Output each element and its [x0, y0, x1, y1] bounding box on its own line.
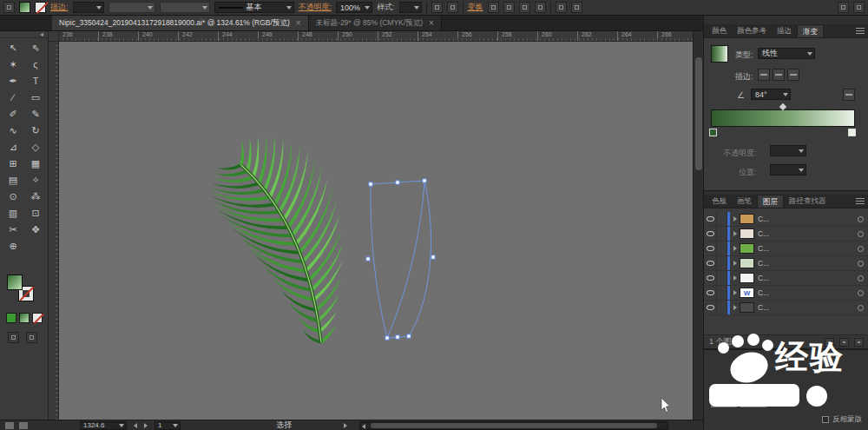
direct-selection-tool[interactable]: ⇖: [24, 40, 47, 56]
anchor-point-handle[interactable]: [396, 335, 399, 339]
rotate-tool[interactable]: ↻: [24, 122, 47, 139]
artboard-nav-field[interactable]: 1: [155, 421, 181, 430]
pen-tool[interactable]: ✒: [2, 73, 24, 89]
new-layer-icon[interactable]: [839, 338, 849, 347]
expand-triangle-icon[interactable]: [733, 216, 737, 222]
panel-tab-描边[interactable]: 描边: [772, 24, 797, 37]
panel-tab-图层[interactable]: 图层: [757, 195, 784, 208]
target-circle-icon[interactable]: [858, 290, 864, 296]
none-mode-button[interactable]: [32, 313, 43, 323]
gradient-stop-right[interactable]: [848, 129, 856, 136]
magic-wand-tool[interactable]: ✶: [2, 56, 24, 73]
anchor-point-handle[interactable]: [366, 257, 370, 261]
stroke-link[interactable]: 描边:: [50, 2, 69, 13]
lock-toggle[interactable]: [717, 241, 727, 255]
make-mask-icon[interactable]: [825, 338, 834, 347]
lasso-tool[interactable]: ς: [24, 56, 47, 73]
layer-thumbnail[interactable]: [740, 273, 754, 283]
layer-thumbnail[interactable]: W: [740, 288, 754, 298]
layer-row[interactable]: C...: [704, 256, 868, 271]
ruler-origin-box[interactable]: [49, 31, 59, 42]
invert-mask-checkbox[interactable]: [822, 416, 829, 423]
layer-thumbnail[interactable]: [740, 243, 754, 254]
document-tab-active[interactable]: Nipic_3350424_20190413172918819000.ai* @…: [52, 16, 309, 30]
panel-tab-渐变[interactable]: 渐变: [797, 24, 824, 37]
opacity-dropdown[interactable]: 100%: [336, 2, 372, 13]
screen-mode-icon[interactable]: [26, 332, 37, 343]
gradient-stop-left[interactable]: [709, 129, 717, 136]
mask-thumbnail[interactable]: [740, 387, 766, 407]
target-circle-icon[interactable]: [858, 216, 864, 222]
transparency-thumbnail[interactable]: [711, 387, 737, 407]
arrange-icon[interactable]: [571, 2, 582, 13]
stroke-gradient-along-icon[interactable]: [773, 69, 785, 81]
tools-panel-header[interactable]: [0, 31, 48, 38]
brush-options-dropdown[interactable]: [160, 2, 210, 13]
mesh-tool[interactable]: ▦: [24, 155, 47, 172]
layer-name[interactable]: C...: [758, 259, 858, 268]
panel-tab-色板[interactable]: 色板: [707, 195, 732, 208]
gradient-angle-dropdown[interactable]: 84°: [751, 89, 791, 100]
align-right-icon[interactable]: [519, 2, 530, 13]
lock-toggle[interactable]: [717, 212, 727, 226]
layer-row[interactable]: C...: [704, 227, 868, 241]
expand-triangle-icon[interactable]: [733, 246, 737, 251]
search-icon[interactable]: [853, 2, 865, 13]
opacity-link[interactable]: 不透明度:: [299, 2, 332, 13]
canvas[interactable]: [59, 42, 693, 420]
gradient-tool[interactable]: ▤: [2, 172, 24, 189]
visibility-toggle[interactable]: [704, 256, 717, 270]
target-circle-icon[interactable]: [858, 261, 864, 267]
anchor-point-handle[interactable]: [407, 334, 411, 338]
document-tab-inactive[interactable]: 未标题-29* @ 85% (CMYK/预览) ×: [309, 16, 442, 30]
scale-tool[interactable]: ⊿: [2, 139, 24, 155]
status-icon-grid[interactable]: [5, 422, 14, 429]
stroke-color-swatch[interactable]: [35, 2, 46, 13]
stroke-weight-dropdown[interactable]: [73, 2, 104, 13]
shape-builder-tool[interactable]: ◇: [24, 139, 47, 155]
perspective-grid-tool[interactable]: ⊞: [2, 155, 24, 172]
isolate-icon[interactable]: [556, 2, 567, 13]
layer-row[interactable]: WC...: [704, 286, 868, 301]
column-graph-tool[interactable]: ▥: [2, 205, 24, 222]
draw-mode-icon[interactable]: [8, 332, 19, 343]
expand-triangle-icon[interactable]: [733, 290, 737, 295]
align-center-icon[interactable]: [503, 2, 515, 13]
workspace-icon[interactable]: [838, 2, 849, 13]
visibility-toggle[interactable]: [704, 241, 717, 255]
lock-toggle[interactable]: [717, 301, 727, 314]
expand-triangle-icon[interactable]: [733, 275, 737, 281]
layer-row[interactable]: C...: [704, 271, 868, 286]
style-dropdown[interactable]: [399, 2, 422, 13]
visibility-toggle[interactable]: [704, 212, 717, 226]
lock-toggle[interactable]: [717, 256, 727, 270]
panel-tab-画笔[interactable]: 画笔: [732, 195, 757, 208]
layer-name[interactable]: C...: [758, 274, 858, 282]
target-circle-icon[interactable]: [858, 231, 864, 237]
panel-tab-路径查找器[interactable]: 路径查找器: [784, 195, 832, 208]
lock-toggle[interactable]: [717, 271, 727, 285]
panel-tab-颜色参考[interactable]: 颜色参考: [732, 24, 772, 37]
vertical-scrollbar-thumb[interactable]: [695, 57, 702, 170]
layer-thumbnail[interactable]: [740, 214, 754, 224]
slice-tool[interactable]: ✂: [2, 222, 24, 238]
delete-layer-icon[interactable]: [854, 338, 864, 347]
gradient-mode-button[interactable]: [19, 313, 30, 323]
horizontal-scrollbar-thumb[interactable]: [371, 423, 657, 428]
color-mode-button[interactable]: [6, 313, 16, 323]
horizontal-ruler[interactable]: 2362382402422442462482502522542562582602…: [59, 31, 693, 42]
target-circle-icon[interactable]: [858, 305, 864, 311]
layer-row[interactable]: C...: [704, 212, 868, 227]
status-icon-pages[interactable]: [19, 422, 28, 429]
layer-name[interactable]: C...: [758, 244, 858, 253]
anchor-point-handle[interactable]: [431, 255, 435, 259]
layer-name[interactable]: C...: [758, 229, 858, 238]
visibility-toggle[interactable]: [704, 301, 717, 314]
next-artboard-icon[interactable]: [144, 423, 148, 428]
visibility-toggle[interactable]: [704, 271, 717, 285]
lock-toggle[interactable]: [717, 286, 727, 300]
horizontal-scrollbar[interactable]: [359, 421, 668, 430]
blend-tool[interactable]: ⊙: [2, 189, 24, 205]
distribute-icon[interactable]: [535, 2, 546, 13]
pencil-tool[interactable]: ✎: [24, 106, 47, 122]
